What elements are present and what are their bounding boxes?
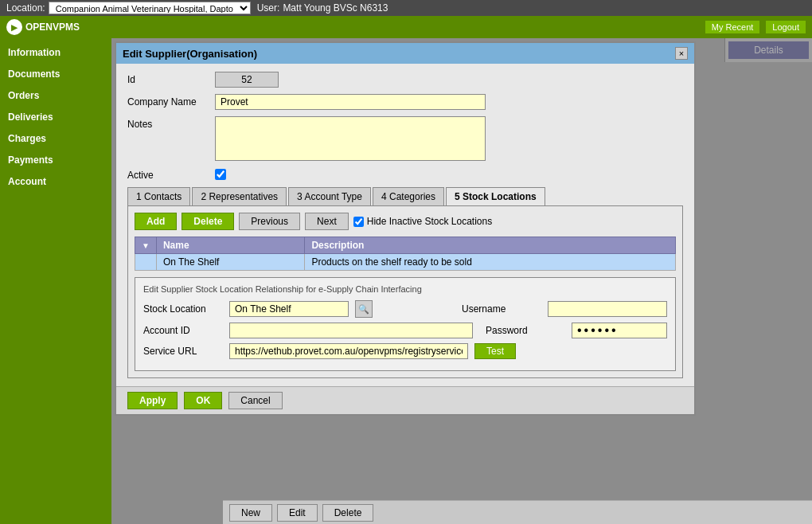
row-arrow: [135, 254, 157, 271]
col-description[interactable]: Description: [305, 237, 676, 254]
service-url-label: Service URL: [143, 346, 223, 357]
password-label: Password: [486, 325, 565, 336]
col-arrow: ▼: [135, 237, 157, 254]
modal-footer: Apply OK Cancel: [116, 386, 694, 414]
hide-inactive-checkbox[interactable]: [353, 217, 364, 227]
apply-button[interactable]: Apply: [127, 392, 178, 409]
sidebar-item-deliveries[interactable]: Deliveries: [0, 106, 111, 127]
username-label: Username: [462, 303, 541, 315]
sidebar-item-documents[interactable]: Documents: [0, 63, 111, 84]
sub-row-service-url: Service URL Test: [143, 343, 667, 359]
sidebar-item-account[interactable]: Account: [0, 170, 111, 192]
modal-overlay: Edit Supplier(Organisation) × Id Company…: [111, 38, 812, 524]
test-button[interactable]: Test: [474, 343, 516, 359]
sub-panel-title: Edit Supplier Stock Location Relationshi…: [143, 284, 667, 294]
tab-categories[interactable]: 4 Categories: [373, 187, 444, 205]
edit-supplier-modal: Edit Supplier(Organisation) × Id Company…: [115, 41, 696, 416]
user-info: Matt Young BVSc N6313: [283, 2, 388, 14]
sub-panel: Edit Supplier Stock Location Relationshi…: [135, 277, 676, 371]
active-label: Active: [127, 167, 215, 181]
stock-location-lookup-button[interactable]: 🔍: [355, 300, 373, 318]
cancel-button[interactable]: Cancel: [228, 392, 282, 409]
edit-button[interactable]: Edit: [277, 504, 318, 522]
ok-button[interactable]: OK: [184, 392, 222, 409]
my-recent-button[interactable]: My Recent: [705, 21, 760, 33]
new-button[interactable]: New: [229, 504, 272, 522]
modal-title: Edit Supplier(Organisation): [123, 48, 257, 60]
sidebar-item-information[interactable]: Information: [0, 41, 111, 63]
next-button[interactable]: Next: [305, 213, 349, 230]
logo-icon: ▶: [6, 19, 22, 35]
logout-button[interactable]: Logout: [766, 21, 806, 33]
sort-arrow-icon: ▼: [142, 241, 150, 250]
sub-row-accountid-password: Account ID Password: [143, 323, 667, 338]
col-name[interactable]: Name: [156, 237, 304, 254]
app-logo: ▶ OPENVPMS: [6, 19, 80, 35]
hide-inactive-label: Hide Inactive Stock Locations: [353, 216, 492, 227]
row-name: On The Shelf: [156, 254, 304, 271]
id-label: Id: [127, 72, 215, 85]
location-select[interactable]: Companion Animal Veterinary Hospital, Da…: [49, 2, 251, 14]
account-id-label: Account ID: [143, 325, 223, 336]
sidebar: Information Documents Orders Deliveries …: [0, 38, 111, 524]
app-header: ▶ OPENVPMS My Recent Logout: [0, 16, 812, 38]
tabs-row: 1 Contacts 2 Representatives 3 Account T…: [127, 187, 683, 206]
stock-location-field[interactable]: [229, 301, 349, 317]
top-bar: Location: Companion Animal Veterinary Ho…: [0, 0, 812, 16]
content-area: Details Edit Supplier(Organisation) × Id: [111, 38, 812, 524]
password-field[interactable]: [572, 323, 667, 338]
active-row: Active: [127, 167, 683, 181]
modal-close-button[interactable]: ×: [675, 47, 688, 60]
account-id-field[interactable]: [229, 323, 473, 338]
header-right: My Recent Logout: [705, 21, 806, 33]
add-button[interactable]: Add: [135, 213, 177, 230]
username-field[interactable]: [548, 301, 667, 317]
previous-button[interactable]: Previous: [239, 213, 300, 230]
service-url-field[interactable]: [229, 343, 468, 359]
company-name-field[interactable]: [215, 94, 486, 110]
active-checkbox[interactable]: [215, 169, 226, 180]
sidebar-item-payments[interactable]: Payments: [0, 149, 111, 170]
bottom-delete-button[interactable]: Delete: [322, 504, 374, 522]
stock-location-label: Stock Location: [143, 303, 223, 315]
stock-locations-table: ▼ Name Description On The Shelf Products…: [135, 237, 676, 271]
company-name-row: Company Name: [127, 94, 683, 110]
delete-button[interactable]: Delete: [182, 213, 234, 230]
tab-account-type[interactable]: 3 Account Type: [288, 187, 371, 205]
notes-row: Notes: [127, 116, 683, 161]
id-row: Id: [127, 72, 683, 88]
logo-text: OPENVPMS: [25, 22, 80, 33]
modal-body: Id Company Name Notes A: [116, 64, 694, 386]
bottom-bar: New Edit Delete: [223, 500, 812, 524]
user-label: User:: [257, 2, 280, 14]
company-name-label: Company Name: [127, 94, 215, 108]
location-label: Location:: [6, 2, 45, 14]
modal-title-bar: Edit Supplier(Organisation) ×: [116, 43, 694, 64]
id-field[interactable]: [215, 72, 279, 88]
row-description: Products on the shelf ready to be sold: [305, 254, 676, 271]
main-layout: Information Documents Orders Deliveries …: [0, 38, 812, 524]
sub-row-stock-username: Stock Location 🔍 Username: [143, 300, 667, 318]
notes-field[interactable]: [215, 116, 486, 161]
sidebar-item-charges[interactable]: Charges: [0, 127, 111, 149]
table-row[interactable]: On The Shelf Products on the shelf ready…: [135, 254, 676, 271]
tab-stock-locations[interactable]: 5 Stock Locations: [446, 187, 545, 205]
notes-label: Notes: [127, 116, 215, 130]
tab-buttons-row: Add Delete Previous Next Hide Inactive S…: [135, 213, 676, 230]
sidebar-item-orders[interactable]: Orders: [0, 84, 111, 106]
tab-stock-locations-content: Add Delete Previous Next Hide Inactive S…: [127, 206, 683, 378]
tab-contacts[interactable]: 1 Contacts: [127, 187, 190, 205]
tab-representatives[interactable]: 2 Representatives: [192, 187, 287, 205]
